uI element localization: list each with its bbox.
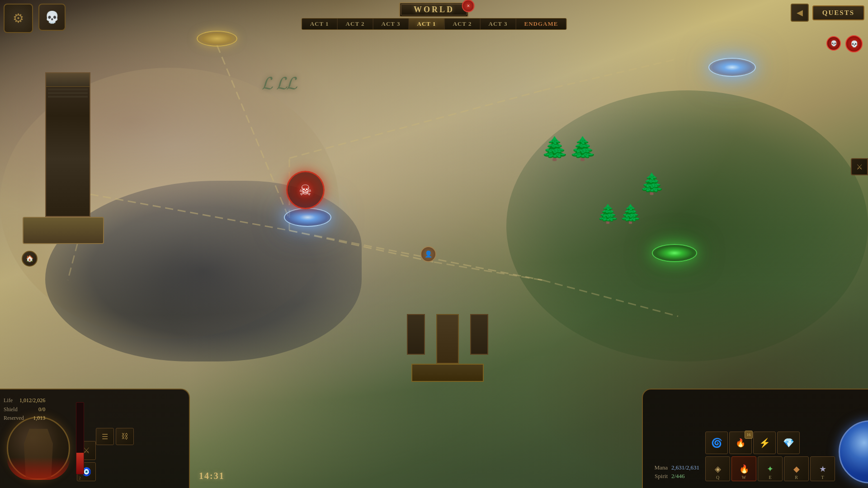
mana-stat-row: Mana 2,631/2,631 — [647, 464, 702, 471]
spiral-icon: 🌀 — [711, 437, 722, 448]
skill-e[interactable]: ✦ E — [758, 456, 783, 481]
spirit-label: Spirit — [647, 473, 668, 480]
skill-slot-extra-2[interactable]: 🔥 16 — [729, 432, 752, 454]
close-button[interactable]: × — [462, 0, 475, 12]
world-title-text: World — [414, 5, 454, 14]
t-key-label: T — [821, 475, 824, 480]
tower-body — [45, 72, 90, 217]
main-skill-row: ◈ Q 🔥 W ✦ E ◆ R ★ T — [705, 456, 835, 481]
e-skill-icon: ✦ — [767, 464, 774, 474]
skill-slot-extra-3[interactable]: ⚡ — [753, 432, 776, 454]
right-edge-button[interactable]: ⚔ — [851, 158, 868, 175]
w-skill-icon: 🔥 — [739, 464, 749, 474]
right-edge-icon: ⚔ — [856, 163, 863, 171]
quests-panel: ◀ QUESTS — [791, 4, 864, 22]
quests-button[interactable]: QUESTS — [812, 5, 864, 20]
endgame-tab[interactable]: ENDGAME — [516, 19, 566, 29]
home-icon: 🏠 — [26, 255, 33, 263]
health-orb — [7, 417, 70, 480]
world-title-panel: World × ACT 1 ACT 2 ACT 3 ACT 1 ACT 2 AC… — [302, 2, 567, 30]
tower-base — [23, 217, 104, 244]
menu-icon-2: ⛓ — [121, 432, 128, 441]
skill-r[interactable]: ◆ R — [784, 456, 809, 481]
act3-tab-g2[interactable]: ACT 3 — [480, 19, 516, 29]
shield-value: 0/0 — [38, 405, 45, 414]
player-location-marker: 👤 — [420, 246, 436, 262]
w-key-label: W — [742, 475, 746, 480]
menu-button-1[interactable]: ☰ — [96, 428, 114, 445]
skill-4-icon: 💎 — [783, 437, 794, 448]
inv-slot-number-2: 2 — [79, 476, 81, 480]
act1-tab-g1[interactable]: ACT 1 — [302, 19, 338, 29]
spirit-stat-row: Spirit 2/446 — [647, 473, 702, 480]
menu-button-2[interactable]: ⛓ — [116, 428, 134, 445]
mana-stats-panel: Mana 2,631/2,631 Spirit 2/446 — [647, 460, 702, 483]
arrow-left-icon: ◀ — [797, 8, 803, 18]
terrain-forest — [506, 90, 868, 361]
act3-tab-g1[interactable]: ACT 3 — [373, 19, 409, 29]
act2-tab-g2[interactable]: ACT 2 — [445, 19, 481, 29]
stats-section: Life 1,012/2,026 Shield 0/0 Reserved 1,0… — [4, 396, 45, 422]
life-label: Life — [4, 396, 13, 405]
reserved-label: Reserved — [4, 414, 24, 422]
shield-label: Shield — [4, 405, 18, 414]
character-silhouette — [20, 429, 57, 479]
reserved-stat-row: Reserved 1,013 — [4, 414, 45, 422]
mana-orb — [839, 420, 868, 483]
tower-structure[interactable] — [23, 72, 113, 244]
portal-blue-right[interactable] — [708, 58, 756, 77]
skill-3-icon: ⚡ — [759, 437, 770, 448]
act-tabs: ACT 1 ACT 2 ACT 3 ACT 1 ACT 2 ACT 3 ENDG… — [302, 18, 567, 30]
skill-w[interactable]: 🔥 W — [731, 456, 756, 481]
bottom-left-hud: ⚔ 1 🧿 2 ☰ ⛓ Life 1,012/2,026 Shield 0/0 … — [0, 389, 190, 488]
skill-badge: 16 — [745, 431, 753, 439]
menu-buttons-group: ☰ ⛓ — [96, 428, 134, 445]
title-panel: World × — [399, 2, 469, 17]
portal-top-center[interactable] — [197, 31, 237, 47]
mana-value: 2,631/2,631 — [671, 464, 699, 471]
fire-skill-icon: 🔥 — [736, 438, 745, 448]
skill-t[interactable]: ★ T — [810, 456, 835, 481]
skill-slots-group: 🌀 🔥 16 ⚡ 💎 ◈ Q 🔥 W ✦ — [705, 432, 835, 483]
enemy-portal[interactable]: ☠ — [286, 171, 325, 209]
top-skill-row: 🌀 🔥 16 ⚡ 💎 — [705, 432, 835, 454]
spirit-value: 2/446 — [671, 473, 685, 480]
act2-tab-g1[interactable]: ACT 2 — [338, 19, 373, 29]
t-skill-icon: ★ — [819, 464, 826, 474]
vertical-health-bar — [76, 402, 84, 474]
skill-q[interactable]: ◈ Q — [705, 456, 730, 481]
r-skill-icon: ◆ — [793, 464, 800, 474]
e-key-label: E — [769, 475, 771, 480]
map-skull-marker[interactable]: 💀 — [826, 36, 841, 51]
q-skill-icon: ◈ — [715, 464, 721, 474]
life-value: 1,012/2,026 — [19, 396, 45, 405]
portal-green-right[interactable] — [652, 244, 697, 262]
life-stat-row: Life 1,012/2,026 — [4, 396, 45, 405]
menu-icon-1: ☰ — [102, 432, 108, 441]
player-icon: 👤 — [425, 250, 432, 258]
home-button[interactable]: 🏠 — [22, 251, 38, 267]
skill-slot-extra-1[interactable]: 🌀 — [705, 432, 728, 454]
game-timer: 14:31 — [199, 471, 225, 481]
skull-icon: 💀 — [830, 40, 837, 47]
act1-tab-g2[interactable]: ACT 1 — [409, 19, 445, 29]
health-bar-fill — [76, 453, 84, 474]
skill-slot-extra-4[interactable]: 💎 — [777, 432, 800, 454]
nav-left-button[interactable]: ◀ — [791, 4, 809, 22]
reserved-value: 1,013 — [33, 414, 45, 422]
mana-label: Mana — [647, 464, 668, 471]
q-key-label: Q — [716, 475, 719, 480]
shield-stat-row: Shield 0/0 — [4, 405, 45, 414]
r-key-label: R — [795, 475, 798, 480]
bottom-right-hud: Mana 2,631/2,631 Spirit 2/446 🌀 🔥 16 ⚡ 💎 — [642, 389, 868, 488]
player-portal[interactable] — [284, 208, 331, 227]
